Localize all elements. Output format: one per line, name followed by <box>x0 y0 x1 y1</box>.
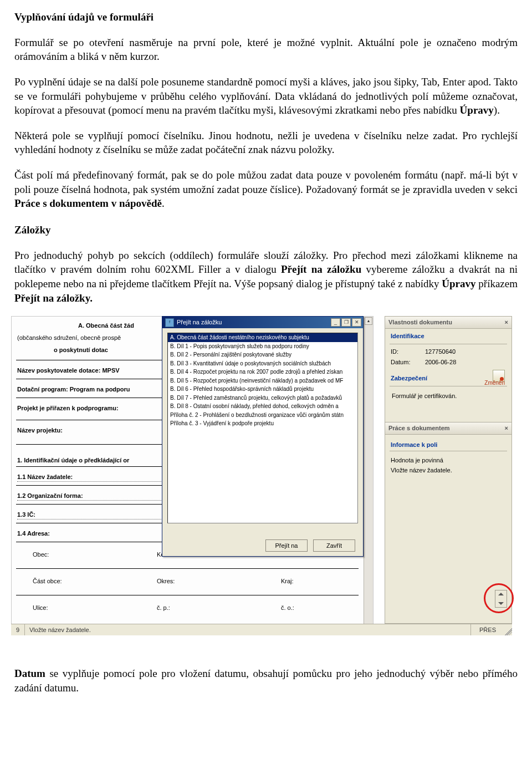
para-5f: Přejít na záložky. <box>14 292 93 304</box>
para-2c: ). <box>494 104 500 116</box>
label-provider-name: Název poskytovatele dotace: MPSV <box>17 366 120 375</box>
form-scrollbar[interactable]: ▲ <box>364 317 373 624</box>
kv-date: Datum: 2006-06-28 <box>385 357 511 368</box>
form-title: A. Obecná část žád <box>78 322 134 330</box>
label-org-form: 1.2 Organizační forma: <box>17 492 86 499</box>
list-item[interactable]: Příloha č. 3 - Vyjádření k podpoře proje… <box>168 419 357 428</box>
id-key: ID: <box>391 348 421 356</box>
dialog-titlebar[interactable]: f Přejít na záložku _ ❐ ✕ <box>162 317 363 328</box>
para-2a: Po vyplnění údaje se na další pole posun… <box>14 76 518 116</box>
panel-header-properties: Vlastnosti dokumentu × <box>385 317 511 329</box>
heading-fill-in: Vyplňování údajů ve formuláři <box>14 10 518 24</box>
bookmark-navigate-button[interactable] <box>495 590 507 608</box>
section-identification: Identifikace <box>385 329 511 342</box>
heading-bookmarks: Záložky <box>14 223 518 237</box>
statusbar-mode: PŘES <box>471 624 504 635</box>
section-1-heading: 1. Identifikační údaje o předkládající o… <box>17 456 129 465</box>
para-1: Formulář se po otevření nasměruje na prv… <box>14 35 518 64</box>
label-orientation-number: č. o.: <box>281 604 294 612</box>
close-button[interactable]: ✕ <box>352 318 361 327</box>
para-2: Po vyplnění údaje se na další pole posun… <box>14 75 518 118</box>
para-3: Některá pole se vyplňují pomocí číselník… <box>14 129 518 157</box>
para-4-bold: Práce s dokumentem v nápovědě <box>14 197 162 209</box>
label-address: 1.4 Adresa: <box>17 529 50 538</box>
close-dialog-button[interactable]: Zavřít <box>313 539 355 552</box>
label-house-number: č. p.: <box>157 604 170 612</box>
label-grant-program: Dotační program: Program na podporu <box>17 385 130 394</box>
para-datum: Datum se vyplňuje pomocí pole pro vložen… <box>14 666 518 695</box>
list-item[interactable]: B. Díl 5 - Rozpočet projektu (neinvestič… <box>168 376 357 385</box>
list-item[interactable]: B. Díl 3 - Kvantitativní údaje o poskyto… <box>168 359 357 368</box>
goto-button[interactable]: Přejít na <box>265 539 308 552</box>
resize-grip-icon[interactable] <box>504 624 512 635</box>
minimize-button[interactable]: _ <box>331 318 340 327</box>
label-municipality-part: Část obce: <box>33 577 62 585</box>
panel-header-workdoc: Práce s dokumentem × <box>385 422 511 435</box>
list-item[interactable]: B. Díl 1 - Popis poskytovaných služeb na… <box>168 342 357 351</box>
certificate-text: Formulář je certifikován. <box>392 392 457 400</box>
para-5d: Úpravy <box>442 278 475 289</box>
panel-close-icon[interactable]: × <box>505 318 508 327</box>
list-item[interactable]: B. Díl 8 - Ostatní osobní náklady, přehl… <box>168 402 357 411</box>
dialog-title: Přejít na záložku <box>177 318 330 327</box>
divider <box>390 451 507 451</box>
para-datum-bold: Datum <box>14 668 45 679</box>
list-item[interactable]: B. Díl 6 - Přehled hospodářsko-správních… <box>168 385 357 394</box>
label-street: Ulice: <box>33 604 48 612</box>
bookmark-listbox[interactable]: A. Obecná část žádosti nestátního nezisk… <box>167 333 358 523</box>
dialog-app-icon: f <box>165 318 174 327</box>
para-4c: . <box>162 197 165 209</box>
field-info-mandatory: Hodnota je povinná <box>391 456 443 465</box>
label-region: Kraj: <box>281 577 294 585</box>
date-value: 2006-06-28 <box>425 358 456 366</box>
panel-close-icon[interactable]: × <box>505 424 508 432</box>
date-key: Datum: <box>391 358 421 366</box>
goto-bookmark-dialog: f Přejít na záložku _ ❐ ✕ A. Obecná část… <box>162 316 364 557</box>
kv-id: ID: 127750640 <box>385 347 511 357</box>
app-screenshot: ▲ A. Obecná část žád (občanského sdružen… <box>11 316 512 635</box>
status-bar: 9 Vložte název žadatele. PŘES <box>11 624 512 635</box>
changed-label: Změněn <box>484 379 505 387</box>
dialog-button-row: Přejít na Zavřít <box>265 539 355 552</box>
form-subtitle-1: (občanského sdružení, obecně prospě <box>17 334 121 342</box>
right-panel: Vlastnosti dokumentu × Identifikace ID: … <box>385 316 512 624</box>
list-item[interactable]: Příloha č. 2 - Prohlášení o bezdlužnosti… <box>168 411 357 420</box>
panel-header-properties-label: Vlastnosti dokumentu <box>388 318 452 327</box>
para-datum-text: se vyplňuje pomocí pole pro vložení datu… <box>14 668 518 694</box>
label-municipality: Obec: <box>33 551 49 559</box>
statusbar-hint: Vložte název žadatele. <box>25 624 471 635</box>
para-4a: Část polí má předefinovaný formát, pak s… <box>14 169 518 195</box>
divider <box>390 344 507 344</box>
label-ic: 1.3 IČ: <box>17 511 39 518</box>
list-item[interactable]: B. Díl 4 - Rozpočet projektu na rok 2007… <box>168 368 357 376</box>
maximize-button[interactable]: ❐ <box>341 318 351 327</box>
list-item[interactable]: B. Díl 7 - Přehled zaměstnanců projektu,… <box>168 394 357 403</box>
list-item[interactable]: A. Obecná část žádosti nestátního nezisk… <box>168 333 357 342</box>
para-5: Pro jednoduchý pohyb po sekcích (oddílec… <box>14 248 518 305</box>
statusbar-page: 9 <box>11 624 25 635</box>
para-4: Část polí má předefinovaný formát, pak s… <box>14 168 518 211</box>
scroll-up-icon[interactable]: ▲ <box>365 317 372 325</box>
para-5b: Přejít na záložku <box>281 263 361 275</box>
form-subtitle-2: o poskytnutí dotac <box>54 346 108 354</box>
id-value: 127750640 <box>425 348 456 356</box>
para-5e: příkazem <box>476 278 518 289</box>
para-2-bold: Úpravy <box>460 104 494 116</box>
list-item[interactable]: B. Díl 2 - Personální zajištění poskytov… <box>168 350 357 359</box>
divider <box>16 568 359 569</box>
field-info-hint: Vložte název žadatele. <box>391 466 452 475</box>
label-district: Okres: <box>157 577 175 585</box>
section-field-info: Informace k poli <box>391 441 437 449</box>
label-project-name: Název projektu: <box>17 426 63 435</box>
divider <box>16 595 359 595</box>
panel-header-workdoc-label: Práce s dokumentem <box>388 424 450 432</box>
para-1-text: Formulář se po otevření nasměruje na prv… <box>14 37 518 63</box>
label-subprogram: Projekt je přiřazen k podprogramu: <box>17 404 119 412</box>
label-applicant-name: 1.1 Název žadatele: <box>17 473 76 480</box>
